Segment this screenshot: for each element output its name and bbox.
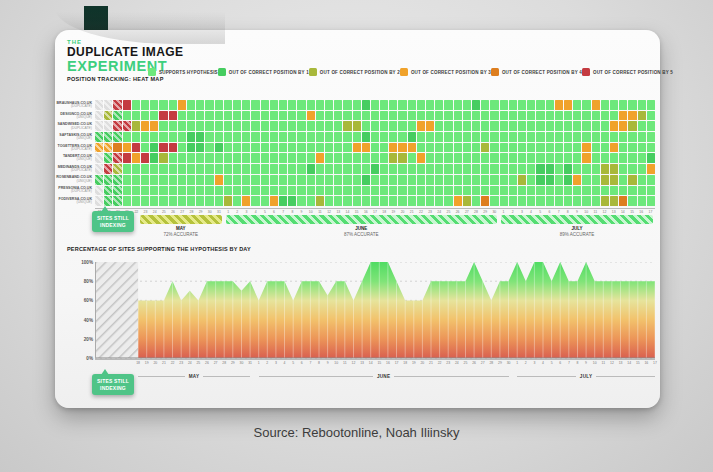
day-tick-label: 29 (199, 210, 203, 214)
heatmap-cell (481, 132, 489, 142)
heatmap-cell (297, 175, 305, 185)
heatmap-cell (224, 164, 232, 174)
heatmap-cell (316, 175, 324, 185)
heatmap-cell (527, 175, 535, 185)
heatmap-cell (279, 153, 287, 163)
heatmap-cell (536, 186, 544, 196)
heatmap-row (95, 143, 655, 153)
heatmap-cell (371, 175, 379, 185)
heatmap-cell (316, 100, 324, 110)
heatmap-cell (325, 100, 333, 110)
heatmap-cell (224, 196, 232, 206)
heatmap-cell (150, 153, 158, 163)
heatmap-cell (536, 100, 544, 110)
day-tick-label: 19 (145, 361, 149, 365)
heatmap-cell (279, 132, 287, 142)
heatmap-cell (444, 111, 452, 121)
site-variant: (UNIQUE) (77, 158, 92, 162)
site-label: SANDWISED.CO.UK(DUPLICATE) (57, 121, 95, 132)
heatmap-cell (472, 175, 480, 185)
heatmap-cell (215, 100, 223, 110)
heatmap-cell (224, 186, 232, 196)
heatmap-cell (490, 196, 498, 206)
heatmap-cell (104, 175, 112, 185)
heatmap-cell (178, 186, 186, 196)
heatmap-cell (353, 175, 361, 185)
y-axis-tick-label: 100% (81, 260, 93, 265)
heatmap-cell (242, 175, 250, 185)
heatmap-cell (638, 196, 646, 206)
heatmap-cell (233, 186, 241, 196)
heatmap-cell (150, 100, 158, 110)
heatmap-cell (150, 121, 158, 131)
heatmap-cell (288, 100, 296, 110)
heatmap-cell (408, 111, 416, 121)
heatmap-row (95, 111, 655, 121)
heatmap-cell (638, 175, 646, 185)
heatmap-cell (159, 164, 167, 174)
heatmap-cell (638, 186, 646, 196)
heatmap-cell (490, 143, 498, 153)
heatmap-cell (398, 111, 406, 121)
heatmap-cell (426, 196, 434, 206)
heatmap-cell (343, 100, 351, 110)
heatmap-cell (316, 121, 324, 131)
day-tick-label: 25 (447, 210, 451, 214)
day-tick-label: 3 (246, 210, 248, 214)
heatmap-cell (500, 196, 508, 206)
heatmap-cell (353, 186, 361, 196)
day-tick-label: 15 (636, 361, 640, 365)
heatmap-cell (472, 153, 480, 163)
heatmap-cell (215, 121, 223, 131)
day-tick-label: 28 (222, 361, 226, 365)
heatmap-cell (546, 175, 554, 185)
heatmap-cell (398, 153, 406, 163)
heatmap-cell (316, 143, 324, 153)
heatmap-cell (316, 196, 324, 206)
accuracy-value: 89% ACCURATE (560, 232, 594, 238)
heatmap-cell (169, 186, 177, 196)
accuracy-bar-june (226, 215, 497, 224)
heatmap-cell (454, 186, 462, 196)
heatmap-cell (233, 100, 241, 110)
heatmap-cell (481, 196, 489, 206)
heatmap-cell (169, 153, 177, 163)
heatmap-cell (141, 196, 149, 206)
heatmap-cell (371, 111, 379, 121)
heatmap-cell (481, 143, 489, 153)
heatmap-cell (417, 121, 425, 131)
heatmap-cell (518, 186, 526, 196)
heatmap-cell (343, 143, 351, 153)
heatmap-cell (159, 100, 167, 110)
heatmap-cell (380, 100, 388, 110)
day-tick-label: 12 (352, 361, 356, 365)
heatmap-cell (518, 143, 526, 153)
day-tick-label: 20 (153, 361, 157, 365)
heatmap-cell (398, 164, 406, 174)
heatmap-cell (371, 132, 379, 142)
heatmap-cell (242, 196, 250, 206)
legend-swatch-icon (218, 68, 226, 76)
accuracy-bar-may (140, 215, 222, 224)
legend-swatch-icon (309, 68, 317, 76)
day-tick-label: 22 (134, 210, 138, 214)
heatmap-cell (647, 186, 655, 196)
y-axis-tick-label: 0% (86, 356, 93, 361)
heatmap-cell (362, 100, 370, 110)
heatmap-cell (205, 132, 213, 142)
heatmap-cell (307, 100, 315, 110)
heatmap-cell (527, 132, 535, 142)
heatmap-cell (536, 164, 544, 174)
heatmap-cell (398, 175, 406, 185)
day-tick-label: 10 (334, 361, 338, 365)
site-label: TANDERT.CO.UK(UNIQUE) (57, 153, 95, 164)
day-tick-label: 5 (539, 210, 541, 214)
heatmap-cell (362, 175, 370, 185)
heatmap-cell (141, 121, 149, 131)
heatmap-cell (619, 186, 627, 196)
heatmap-cell (444, 121, 452, 131)
heatmap-cell (564, 153, 572, 163)
heatmap-cell (205, 186, 213, 196)
heatmap-cell (362, 111, 370, 121)
heatmap-cell (187, 132, 195, 142)
